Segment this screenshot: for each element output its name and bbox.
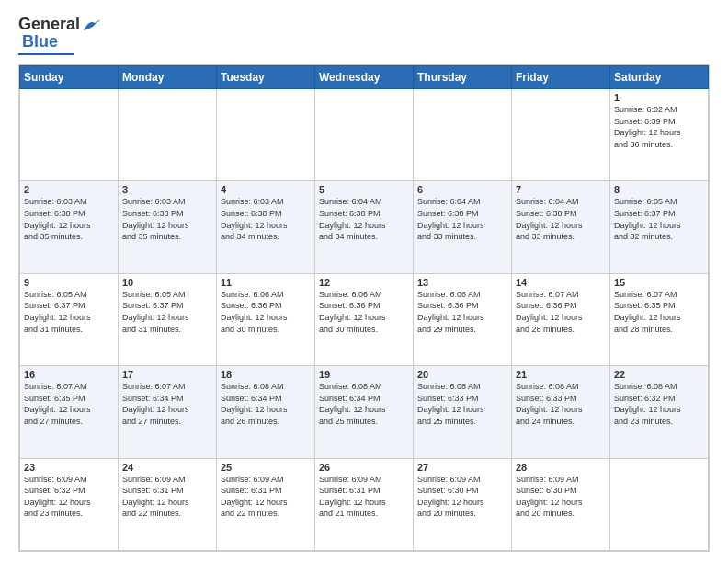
day-number: 22 — [614, 369, 704, 380]
calendar-cell: 11Sunrise: 6:06 AM Sunset: 6:36 PM Dayli… — [217, 273, 315, 365]
calendar-cell: 14Sunrise: 6:07 AM Sunset: 6:36 PM Dayli… — [512, 273, 610, 365]
day-info: Sunrise: 6:08 AM Sunset: 6:32 PM Dayligh… — [614, 381, 704, 427]
day-number: 9 — [24, 277, 114, 288]
day-info: Sunrise: 6:08 AM Sunset: 6:33 PM Dayligh… — [417, 381, 507, 427]
calendar: SundayMondayTuesdayWednesdayThursdayFrid… — [18, 64, 710, 552]
calendar-cell: 23Sunrise: 6:09 AM Sunset: 6:32 PM Dayli… — [20, 458, 119, 550]
calendar-cell: 3Sunrise: 6:03 AM Sunset: 6:38 PM Daylig… — [119, 181, 217, 273]
logo-underline — [18, 53, 74, 55]
day-number: 3 — [122, 184, 212, 195]
day-info: Sunrise: 6:05 AM Sunset: 6:37 PM Dayligh… — [24, 289, 114, 335]
day-of-week-header: Wednesday — [315, 66, 414, 89]
calendar-week-row: 9Sunrise: 6:05 AM Sunset: 6:37 PM Daylig… — [20, 273, 709, 365]
day-number: 11 — [221, 277, 311, 288]
calendar-cell: 13Sunrise: 6:06 AM Sunset: 6:36 PM Dayli… — [414, 273, 512, 365]
calendar-cell: 15Sunrise: 6:07 AM Sunset: 6:35 PM Dayli… — [610, 273, 709, 365]
day-info: Sunrise: 6:08 AM Sunset: 6:34 PM Dayligh… — [221, 381, 311, 427]
day-number: 13 — [417, 277, 507, 288]
calendar-cell: 22Sunrise: 6:08 AM Sunset: 6:32 PM Dayli… — [610, 366, 709, 458]
day-number: 16 — [24, 369, 114, 380]
day-number: 2 — [24, 184, 114, 195]
calendar-week-row: 16Sunrise: 6:07 AM Sunset: 6:35 PM Dayli… — [20, 366, 709, 458]
day-number: 15 — [614, 277, 704, 288]
calendar-cell — [512, 89, 610, 181]
day-info: Sunrise: 6:08 AM Sunset: 6:34 PM Dayligh… — [319, 381, 409, 427]
calendar-cell: 10Sunrise: 6:05 AM Sunset: 6:37 PM Dayli… — [119, 273, 217, 365]
calendar-cell: 6Sunrise: 6:04 AM Sunset: 6:38 PM Daylig… — [414, 181, 512, 273]
day-info: Sunrise: 6:07 AM Sunset: 6:35 PM Dayligh… — [24, 381, 114, 427]
calendar-cell: 1Sunrise: 6:02 AM Sunset: 6:39 PM Daylig… — [610, 89, 709, 181]
calendar-week-row: 1Sunrise: 6:02 AM Sunset: 6:39 PM Daylig… — [20, 89, 709, 181]
day-number: 24 — [122, 462, 212, 473]
calendar-cell — [217, 89, 315, 181]
calendar-cell: 21Sunrise: 6:08 AM Sunset: 6:33 PM Dayli… — [512, 366, 610, 458]
calendar-cell: 2Sunrise: 6:03 AM Sunset: 6:38 PM Daylig… — [20, 181, 119, 273]
day-info: Sunrise: 6:06 AM Sunset: 6:36 PM Dayligh… — [417, 289, 507, 335]
day-number: 8 — [614, 184, 704, 195]
calendar-cell: 7Sunrise: 6:04 AM Sunset: 6:38 PM Daylig… — [512, 181, 610, 273]
day-info: Sunrise: 6:05 AM Sunset: 6:37 PM Dayligh… — [614, 196, 704, 242]
day-number: 21 — [516, 369, 606, 380]
day-info: Sunrise: 6:09 AM Sunset: 6:31 PM Dayligh… — [221, 474, 311, 520]
day-info: Sunrise: 6:02 AM Sunset: 6:39 PM Dayligh… — [614, 104, 704, 150]
day-info: Sunrise: 6:07 AM Sunset: 6:34 PM Dayligh… — [122, 381, 212, 427]
day-number: 5 — [319, 184, 409, 195]
day-info: Sunrise: 6:08 AM Sunset: 6:33 PM Dayligh… — [516, 381, 606, 427]
calendar-cell: 27Sunrise: 6:09 AM Sunset: 6:30 PM Dayli… — [414, 458, 512, 550]
day-info: Sunrise: 6:04 AM Sunset: 6:38 PM Dayligh… — [319, 196, 409, 242]
day-info: Sunrise: 6:06 AM Sunset: 6:36 PM Dayligh… — [319, 289, 409, 335]
day-of-week-header: Thursday — [414, 66, 512, 89]
day-info: Sunrise: 6:04 AM Sunset: 6:38 PM Dayligh… — [417, 196, 507, 242]
calendar-cell: 9Sunrise: 6:05 AM Sunset: 6:37 PM Daylig… — [20, 273, 119, 365]
day-number: 19 — [319, 369, 409, 380]
day-of-week-header: Monday — [119, 66, 217, 89]
day-number: 6 — [417, 184, 507, 195]
header: General Blue — [18, 15, 710, 55]
page: General Blue SundayMondayTuesdayWednesda… — [0, 0, 728, 563]
day-of-week-header: Saturday — [610, 66, 709, 89]
calendar-cell: 28Sunrise: 6:09 AM Sunset: 6:30 PM Dayli… — [512, 458, 610, 550]
day-info: Sunrise: 6:07 AM Sunset: 6:35 PM Dayligh… — [614, 289, 704, 335]
calendar-cell: 18Sunrise: 6:08 AM Sunset: 6:34 PM Dayli… — [217, 366, 315, 458]
calendar-cell: 5Sunrise: 6:04 AM Sunset: 6:38 PM Daylig… — [315, 181, 414, 273]
day-info: Sunrise: 6:05 AM Sunset: 6:37 PM Dayligh… — [122, 289, 212, 335]
logo-blue: Blue — [22, 32, 58, 52]
calendar-cell: 8Sunrise: 6:05 AM Sunset: 6:37 PM Daylig… — [610, 181, 709, 273]
calendar-cell: 20Sunrise: 6:08 AM Sunset: 6:33 PM Dayli… — [414, 366, 512, 458]
day-info: Sunrise: 6:04 AM Sunset: 6:38 PM Dayligh… — [516, 196, 606, 242]
day-info: Sunrise: 6:09 AM Sunset: 6:30 PM Dayligh… — [516, 474, 606, 520]
day-number: 17 — [122, 369, 212, 380]
day-number: 10 — [122, 277, 212, 288]
day-info: Sunrise: 6:03 AM Sunset: 6:38 PM Dayligh… — [122, 196, 212, 242]
calendar-cell — [414, 89, 512, 181]
day-number: 20 — [417, 369, 507, 380]
day-info: Sunrise: 6:06 AM Sunset: 6:36 PM Dayligh… — [221, 289, 311, 335]
day-number: 26 — [319, 462, 409, 473]
day-of-week-header: Sunday — [20, 66, 119, 89]
calendar-cell: 4Sunrise: 6:03 AM Sunset: 6:38 PM Daylig… — [217, 181, 315, 273]
day-info: Sunrise: 6:09 AM Sunset: 6:31 PM Dayligh… — [319, 474, 409, 520]
day-info: Sunrise: 6:09 AM Sunset: 6:31 PM Dayligh… — [122, 474, 212, 520]
day-info: Sunrise: 6:03 AM Sunset: 6:38 PM Dayligh… — [24, 196, 114, 242]
calendar-cell: 12Sunrise: 6:06 AM Sunset: 6:36 PM Dayli… — [315, 273, 414, 365]
logo-bird-icon — [82, 17, 102, 32]
calendar-cell — [20, 89, 119, 181]
calendar-cell — [610, 458, 709, 550]
day-of-week-header: Friday — [512, 66, 610, 89]
calendar-header-row: SundayMondayTuesdayWednesdayThursdayFrid… — [20, 66, 709, 89]
day-number: 18 — [221, 369, 311, 380]
day-number: 14 — [516, 277, 606, 288]
day-info: Sunrise: 6:03 AM Sunset: 6:38 PM Dayligh… — [221, 196, 311, 242]
day-number: 27 — [417, 462, 507, 473]
day-number: 12 — [319, 277, 409, 288]
day-number: 25 — [221, 462, 311, 473]
calendar-cell — [119, 89, 217, 181]
day-number: 1 — [614, 92, 704, 103]
calendar-cell: 24Sunrise: 6:09 AM Sunset: 6:31 PM Dayli… — [119, 458, 217, 550]
calendar-cell: 17Sunrise: 6:07 AM Sunset: 6:34 PM Dayli… — [119, 366, 217, 458]
calendar-cell: 16Sunrise: 6:07 AM Sunset: 6:35 PM Dayli… — [20, 366, 119, 458]
day-info: Sunrise: 6:07 AM Sunset: 6:36 PM Dayligh… — [516, 289, 606, 335]
calendar-week-row: 23Sunrise: 6:09 AM Sunset: 6:32 PM Dayli… — [20, 458, 709, 550]
day-number: 4 — [221, 184, 311, 195]
day-info: Sunrise: 6:09 AM Sunset: 6:30 PM Dayligh… — [417, 474, 507, 520]
